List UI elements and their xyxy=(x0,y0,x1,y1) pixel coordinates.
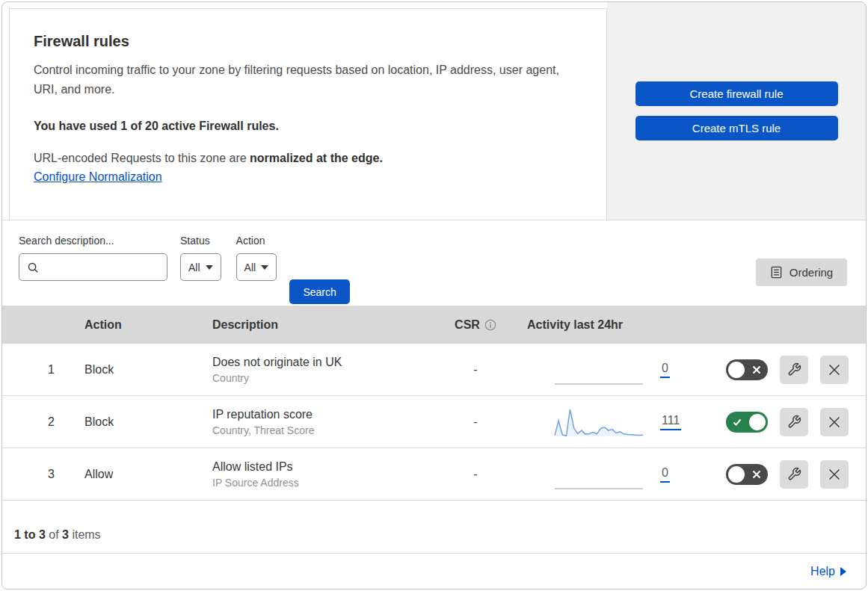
activity-count-link[interactable]: 0 xyxy=(660,466,670,483)
search-input-wrapper[interactable] xyxy=(19,253,167,281)
activity-count-link[interactable]: 0 xyxy=(660,362,670,378)
help-link[interactable]: Help xyxy=(810,565,846,578)
normalization-text: URL-encoded Requests to this zone are xyxy=(34,152,250,164)
activity-sparkline-chart xyxy=(554,353,644,386)
page-description: Control incoming traffic to your zone by… xyxy=(34,61,564,99)
rule-activity-cell: 0 xyxy=(517,458,704,491)
edit-rule-button[interactable] xyxy=(780,460,808,489)
actions-panel: Create firewall rule Create mTLS rule xyxy=(607,2,866,220)
page-title: Firewall rules xyxy=(34,33,576,50)
chevron-down-icon xyxy=(206,265,213,270)
table-row: 1 Block Does not originate in UK Country… xyxy=(2,344,866,396)
search-group: Search description... xyxy=(19,235,167,306)
close-icon xyxy=(828,415,841,429)
normalization-notice: URL-encoded Requests to this zone are no… xyxy=(34,152,576,165)
delete-rule-button[interactable] xyxy=(820,408,849,436)
of-text: of xyxy=(46,528,62,541)
rule-action: Block xyxy=(70,363,199,377)
items-text: items xyxy=(69,528,101,541)
close-icon xyxy=(828,468,841,481)
rule-description-cell: Does not originate in UK Country xyxy=(199,356,434,384)
normalization-bold-text: normalized at the edge. xyxy=(250,152,383,164)
wrench-icon xyxy=(787,467,801,481)
action-select[interactable]: All xyxy=(236,253,277,281)
column-header-activity: Activity last 24hr xyxy=(517,318,704,332)
rule-criteria: Country xyxy=(212,372,434,384)
edit-rule-button[interactable] xyxy=(780,356,808,384)
delete-rule-button[interactable] xyxy=(820,356,849,384)
activity-sparkline-chart xyxy=(554,406,644,439)
search-input[interactable] xyxy=(44,262,167,273)
search-label: Search description... xyxy=(19,235,167,247)
rule-enabled-toggle[interactable] xyxy=(726,464,768,485)
rule-activity-cell: 0 xyxy=(517,353,704,386)
delete-rule-button[interactable] xyxy=(820,460,849,489)
rule-enabled-toggle[interactable] xyxy=(726,359,768,380)
status-select[interactable]: All xyxy=(180,253,221,281)
column-header-description: Description xyxy=(199,318,434,332)
rule-activity-cell: 111 xyxy=(517,406,704,439)
table-row: 2 Block IP reputation score Country, Thr… xyxy=(2,396,866,448)
rule-description: Allow listed IPs xyxy=(212,460,434,474)
wrench-icon xyxy=(787,415,801,429)
x-icon xyxy=(752,365,761,374)
items-total: 3 xyxy=(62,528,69,541)
filter-bar: Search description... Status All Action … xyxy=(2,220,866,306)
configure-normalization-link[interactable]: Configure Normalization xyxy=(34,170,162,184)
x-icon xyxy=(752,470,761,479)
column-header-action: Action xyxy=(70,318,199,332)
ordering-list-icon xyxy=(770,266,783,279)
rule-controls-cell xyxy=(704,408,866,436)
usage-notice: You have used 1 of 20 active Firewall ru… xyxy=(34,120,576,133)
arrow-right-icon xyxy=(840,567,846,576)
csr-header-label: CSR xyxy=(455,318,480,332)
toggle-knob xyxy=(749,414,766,430)
status-label: Status xyxy=(180,235,221,247)
rule-priority: 3 xyxy=(2,468,70,481)
table-header-row: Action Description CSR Activity last 24h… xyxy=(2,306,866,344)
action-selected-value: All xyxy=(244,262,256,273)
rule-controls-cell xyxy=(704,356,866,384)
check-icon xyxy=(733,418,742,427)
toggle-knob xyxy=(728,362,745,378)
rule-description: Does not originate in UK xyxy=(212,356,434,369)
firewall-rules-page: Firewall rules Control incoming traffic … xyxy=(1,1,867,590)
activity-count-link[interactable]: 111 xyxy=(660,414,681,430)
create-firewall-rule-button[interactable]: Create firewall rule xyxy=(635,81,838,106)
intro-card: Firewall rules Control incoming traffic … xyxy=(9,8,607,220)
rule-criteria: Country, Threat Score xyxy=(212,424,434,436)
rule-description-cell: Allow listed IPs IP Source Address xyxy=(199,460,434,489)
help-bar: Help xyxy=(2,553,866,589)
search-button[interactable]: Search xyxy=(289,279,350,304)
toggle-knob xyxy=(728,466,745,483)
search-icon xyxy=(27,262,39,273)
column-header-csr: CSR xyxy=(434,318,517,332)
rule-priority: 1 xyxy=(2,363,70,377)
chevron-down-icon xyxy=(261,265,268,270)
ordering-button[interactable]: Ordering xyxy=(756,259,847,286)
status-selected-value: All xyxy=(188,262,200,273)
rule-priority: 2 xyxy=(2,415,70,429)
items-range: 1 to 3 xyxy=(14,528,46,541)
action-label: Action xyxy=(236,235,277,247)
page-header-section: Firewall rules Control incoming traffic … xyxy=(2,2,866,220)
action-filter-group: Action All xyxy=(236,235,277,306)
rule-action: Allow xyxy=(70,468,199,481)
rule-criteria: IP Source Address xyxy=(212,477,434,489)
rule-description-cell: IP reputation score Country, Threat Scor… xyxy=(199,408,434,436)
wrench-icon xyxy=(787,362,801,377)
close-icon xyxy=(828,363,841,377)
edit-rule-button[interactable] xyxy=(780,408,808,436)
pagination-summary: 1 to 3 of 3 items xyxy=(2,501,866,553)
rule-csr-value: - xyxy=(434,363,517,377)
rule-csr-value: - xyxy=(434,415,517,429)
help-label: Help xyxy=(810,565,835,578)
create-mtls-rule-button[interactable]: Create mTLS rule xyxy=(635,116,838,140)
info-icon[interactable] xyxy=(484,319,496,331)
activity-sparkline-chart xyxy=(554,458,644,491)
table-row: 3 Allow Allow listed IPs IP Source Addre… xyxy=(2,448,866,501)
rule-csr-value: - xyxy=(434,468,517,481)
rule-description: IP reputation score xyxy=(212,408,434,421)
rule-enabled-toggle[interactable] xyxy=(726,412,768,433)
rule-action: Block xyxy=(70,415,199,429)
